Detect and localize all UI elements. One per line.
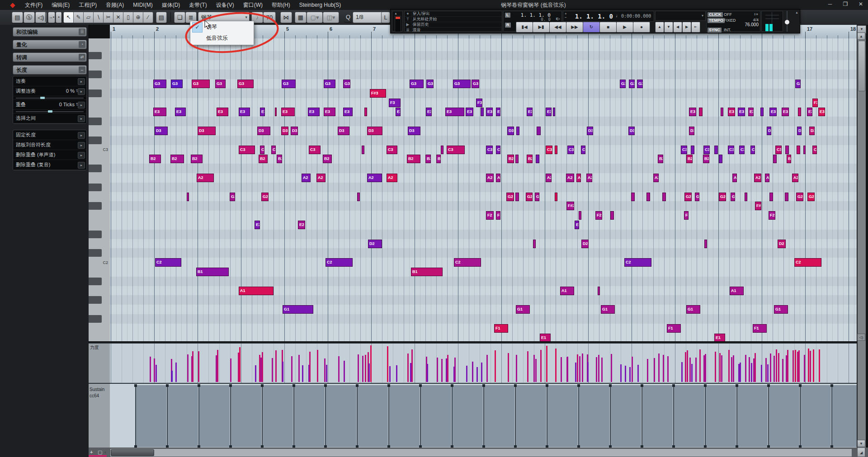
transformer-icon[interactable]: ▤ — [156, 12, 167, 23]
midi-note[interactable]: F2 — [769, 211, 775, 220]
midi-note[interactable]: A2 — [496, 174, 500, 182]
sustain-on-block[interactable] — [199, 385, 230, 447]
apply-button[interactable]: ▸ — [78, 102, 85, 108]
midi-note[interactable]: C3 — [681, 146, 687, 154]
preset-dropdown[interactable]: ▾ — [655, 11, 706, 21]
black-key[interactable] — [89, 248, 110, 258]
velocity-bar[interactable] — [740, 363, 741, 382]
draw-tool[interactable]: ✎ — [74, 12, 84, 23]
midi-note[interactable]: A1 — [239, 287, 274, 295]
midi-note[interactable]: B2 — [191, 155, 203, 163]
midi-note[interactable]: F#3 — [370, 89, 386, 98]
midi-note[interactable]: G2 — [807, 193, 815, 201]
midi-note[interactable]: C2 — [155, 258, 181, 267]
velocity-bar[interactable] — [546, 346, 547, 382]
velocity-bar[interactable] — [561, 357, 562, 382]
record-mode-row[interactable]: ≣ 混音 — [405, 28, 502, 33]
panel-header-4[interactable]: 长度↔ — [13, 65, 87, 75]
midi-note[interactable]: D3 — [507, 127, 514, 135]
velocity-bar[interactable] — [598, 355, 599, 382]
play-button[interactable]: ▶ — [616, 22, 633, 33]
midi-note[interactable]: E1 — [540, 334, 551, 341]
midi-note[interactable]: C3 — [387, 146, 397, 154]
midi-note[interactable]: G2 — [684, 193, 692, 201]
velocity-bar[interactable] — [466, 366, 467, 382]
length-quantize-label[interactable]: L — [381, 12, 390, 23]
sustain-handle[interactable] — [229, 384, 232, 387]
white-key[interactable] — [89, 107, 110, 117]
sustain-on-block[interactable] — [136, 385, 166, 447]
sustain-on-block[interactable] — [389, 385, 420, 447]
velocity-bar[interactable] — [427, 364, 428, 382]
split-tool[interactable]: ✂ — [104, 12, 113, 23]
sync-badge[interactable]: SYNC — [708, 28, 722, 33]
cycle-button[interactable]: ↻ — [583, 22, 600, 33]
sustain-handle[interactable] — [546, 384, 548, 387]
erase-tool[interactable]: ▱ — [84, 12, 94, 23]
velocity-bar[interactable] — [719, 353, 721, 382]
marker-arrow-button[interactable]: ▶ — [682, 22, 691, 33]
white-key[interactable] — [89, 60, 110, 70]
white-key[interactable] — [89, 211, 110, 221]
midi-note[interactable]: G1 — [601, 305, 615, 314]
midi-note[interactable]: E3 — [689, 108, 696, 116]
black-key[interactable] — [89, 164, 110, 173]
midi-note[interactable]: C2 — [624, 258, 651, 267]
midi-note[interactable]: A2 — [302, 174, 311, 182]
velocity-bar[interactable] — [793, 350, 794, 382]
sustain-controller-lane[interactable] — [110, 383, 857, 448]
menu-item[interactable]: 帮助(H) — [268, 0, 294, 10]
sustain-handle[interactable] — [198, 384, 200, 387]
velocity-bar[interactable] — [582, 353, 583, 382]
velocity-bar[interactable] — [691, 364, 693, 382]
sustain-on-block[interactable] — [262, 385, 293, 447]
white-key[interactable] — [89, 220, 110, 230]
velocity-bar[interactable] — [437, 358, 438, 382]
black-key[interactable] — [89, 89, 110, 98]
trim-tool[interactable]: ∖ — [94, 12, 104, 23]
midi-note[interactable] — [721, 108, 723, 116]
midi-note[interactable]: A2 — [576, 174, 581, 182]
tempo-badge[interactable]: TEMPO — [708, 18, 725, 23]
midi-note[interactable] — [760, 108, 764, 116]
sustain-handle[interactable] — [641, 384, 643, 387]
velocity-bar[interactable] — [344, 361, 345, 382]
sustain-handle[interactable] — [419, 384, 422, 387]
midi-note[interactable]: E3 — [738, 108, 745, 116]
midi-note[interactable]: C3 — [486, 146, 493, 154]
apply-button[interactable]: ▸ — [78, 115, 85, 122]
midi-note[interactable]: C3 — [812, 146, 817, 154]
midi-note[interactable] — [785, 146, 789, 154]
midi-note[interactable] — [714, 146, 718, 154]
midi-note[interactable]: B2 — [259, 155, 268, 163]
velocity-bar[interactable] — [774, 356, 775, 382]
menu-item[interactable]: 设备(V) — [212, 0, 238, 10]
sustain-on-block[interactable] — [832, 385, 857, 447]
midi-note[interactable]: E3 — [175, 108, 186, 116]
velocity-bar[interactable] — [601, 358, 603, 382]
velocity-bar[interactable] — [441, 359, 443, 382]
midi-note[interactable] — [631, 193, 635, 201]
midi-note[interactable]: D3 — [338, 127, 349, 135]
sustain-handle[interactable] — [767, 384, 770, 387]
horizontal-scrollbar[interactable] — [110, 448, 852, 457]
velocity-bar[interactable] — [687, 350, 688, 382]
sidebar-row-value[interactable]: 0 Ticks — [59, 100, 75, 109]
midi-note[interactable]: E3 — [546, 108, 552, 116]
time-display[interactable]: 0:00:00.000 — [621, 14, 649, 19]
midi-note[interactable]: E3 — [728, 108, 735, 116]
sustain-on-block[interactable] — [737, 385, 768, 447]
grid-type-dropdown[interactable]: ◫▾ — [323, 12, 339, 23]
midi-note[interactable]: A2 — [765, 174, 769, 182]
midi-note[interactable]: E3 — [445, 108, 464, 116]
apply-button[interactable]: ▸ — [78, 132, 85, 139]
sidebar-row[interactable]: 固定长度▸ — [13, 130, 86, 140]
velocity-bar[interactable] — [778, 353, 779, 382]
midi-note[interactable] — [555, 146, 557, 154]
snap-icon[interactable]: ▦ — [295, 12, 307, 23]
sustain-edge[interactable] — [167, 385, 168, 447]
sustain-edge[interactable] — [388, 385, 389, 447]
velocity-bar[interactable] — [667, 356, 669, 382]
velocity-bar[interactable] — [808, 349, 809, 382]
velocity-bar[interactable] — [535, 359, 537, 382]
